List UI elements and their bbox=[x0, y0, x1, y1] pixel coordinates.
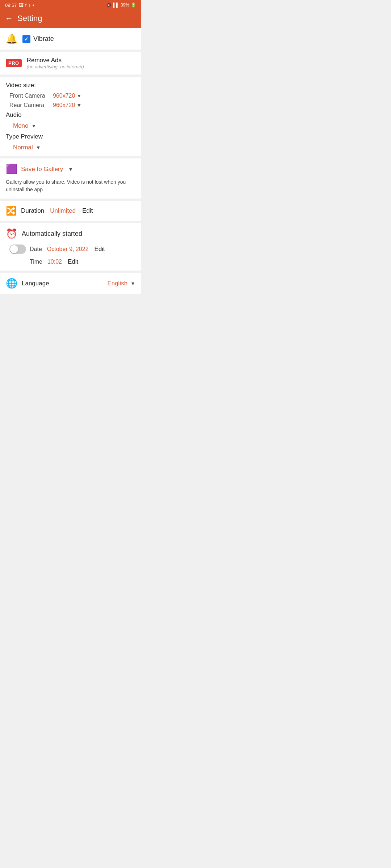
time-label: Time bbox=[30, 259, 42, 265]
status-time: 09:57 bbox=[5, 3, 17, 8]
status-bar: 09:57 🖼 f ♪ • 🔇 ▌▌ 39% 🔋 bbox=[0, 0, 141, 10]
audio-section: Audio Mono ▼ bbox=[6, 111, 135, 129]
remove-ads-section: PRO Remove Ads (no advertising, no inter… bbox=[0, 52, 141, 75]
top-bar: ← Setting bbox=[0, 10, 141, 28]
pro-text: Remove Ads (no advertising, no internet) bbox=[27, 57, 84, 69]
duration-edit-button[interactable]: Edit bbox=[82, 207, 93, 214]
front-camera-label: Front Camera bbox=[9, 93, 49, 99]
gallery-section: 🟪 Save to Gallery ▼ Gallery allow you to… bbox=[0, 158, 141, 199]
auto-rows: Date October 9, 2022 Edit Time 10:02 Edi… bbox=[9, 244, 135, 265]
globe-icon: 🌐 bbox=[6, 278, 17, 289]
pro-row[interactable]: PRO Remove Ads (no advertising, no inter… bbox=[6, 57, 135, 69]
audio-label: Audio bbox=[6, 111, 135, 119]
bell-icon: 🔔 bbox=[6, 33, 17, 44]
vibrate-checkbox[interactable]: ✓ bbox=[22, 35, 30, 43]
duration-label: Duration bbox=[21, 207, 44, 214]
time-edit-button[interactable]: Edit bbox=[68, 258, 78, 265]
vibrate-checkbox-container[interactable]: ✓ Vibrate bbox=[22, 35, 54, 43]
back-button[interactable]: ← bbox=[5, 14, 13, 23]
audio-chevron-icon: ▼ bbox=[31, 123, 37, 129]
page-title: Setting bbox=[17, 14, 42, 23]
battery-icon: 🔋 bbox=[131, 3, 136, 8]
type-preview-dropdown[interactable]: Normal ▼ bbox=[13, 144, 135, 151]
remove-ads-subtitle: (no advertising, no internet) bbox=[27, 64, 84, 69]
time-value: 10:02 bbox=[47, 259, 62, 265]
date-label: Date bbox=[30, 246, 42, 252]
gallery-value: Save to Gallery bbox=[21, 166, 63, 173]
video-size-label: Video size: bbox=[6, 82, 135, 89]
language-dropdown[interactable]: English ▼ bbox=[106, 280, 135, 287]
front-camera-value: 960x720 bbox=[53, 93, 75, 99]
battery-text: 39% bbox=[121, 3, 129, 8]
mute-icon: 🔇 bbox=[106, 3, 112, 8]
vibrate-section: 🔔 ✓ Vibrate bbox=[0, 28, 141, 50]
language-label: Language bbox=[22, 280, 49, 287]
rear-camera-chevron-icon: ▼ bbox=[76, 102, 81, 108]
toggle-knob bbox=[10, 245, 18, 253]
language-chevron-icon: ▼ bbox=[130, 281, 135, 286]
gallery-top[interactable]: 🟪 Save to Gallery ▼ bbox=[6, 163, 135, 175]
status-left: 09:57 🖼 f ♪ • bbox=[5, 3, 34, 8]
language-section: 🌐 Language English ▼ bbox=[0, 273, 141, 294]
auto-start-label: Automatically started bbox=[22, 230, 82, 238]
date-edit-button[interactable]: Edit bbox=[94, 246, 105, 253]
language-row[interactable]: 🌐 Language English ▼ bbox=[6, 278, 135, 289]
type-preview-label: Type Preview bbox=[6, 133, 135, 140]
language-value: English bbox=[107, 280, 127, 287]
gallery-description: Gallery allow you to share. Video is not… bbox=[6, 178, 135, 193]
signal-icon: ▌▌ bbox=[113, 3, 119, 8]
auto-start-toggle[interactable] bbox=[9, 244, 26, 254]
type-preview-section: Type Preview Normal ▼ bbox=[6, 133, 135, 151]
duration-row: 🔀 Duration Unlimited Edit bbox=[6, 206, 135, 216]
front-camera-chevron-icon: ▼ bbox=[76, 93, 81, 99]
remove-ads-title: Remove Ads bbox=[27, 57, 84, 64]
gallery-chevron-icon: ▼ bbox=[68, 166, 73, 172]
tiktok-icon: ♪ bbox=[28, 3, 31, 8]
auto-top: ⏰ Automatically started bbox=[6, 228, 135, 239]
rear-camera-value: 960x720 bbox=[53, 102, 75, 109]
photo-icon: 🖼 bbox=[19, 3, 24, 8]
pro-badge: PRO bbox=[6, 59, 22, 67]
duration-section: 🔀 Duration Unlimited Edit bbox=[0, 201, 141, 221]
audio-dropdown[interactable]: Mono ▼ bbox=[13, 122, 135, 129]
duration-icon: 🔀 bbox=[6, 206, 17, 216]
rear-camera-row[interactable]: Rear Camera 960x720 ▼ bbox=[9, 102, 135, 109]
date-value: October 9, 2022 bbox=[47, 246, 89, 252]
video-settings-section: Video size: Front Camera 960x720 ▼ Rear … bbox=[0, 77, 141, 156]
time-row: Time 10:02 Edit bbox=[30, 258, 135, 265]
audio-value: Mono bbox=[13, 122, 29, 129]
duration-value: Unlimited bbox=[50, 207, 76, 214]
status-right: 🔇 ▌▌ 39% 🔋 bbox=[106, 3, 136, 8]
alarm-icon: ⏰ bbox=[6, 228, 17, 239]
front-camera-row[interactable]: Front Camera 960x720 ▼ bbox=[9, 93, 135, 99]
date-row: Date October 9, 2022 Edit bbox=[9, 244, 135, 254]
rear-camera-label: Rear Camera bbox=[9, 102, 49, 109]
type-preview-value: Normal bbox=[13, 144, 33, 151]
gallery-dropdown[interactable]: Save to Gallery ▼ bbox=[21, 166, 73, 173]
vibrate-row: 🔔 ✓ Vibrate bbox=[6, 33, 135, 44]
type-preview-chevron-icon: ▼ bbox=[36, 145, 41, 150]
facebook-icon: f bbox=[25, 3, 27, 8]
vibrate-label: Vibrate bbox=[33, 35, 54, 43]
front-camera-dropdown[interactable]: 960x720 ▼ bbox=[53, 93, 81, 99]
rear-camera-dropdown[interactable]: 960x720 ▼ bbox=[53, 102, 81, 109]
auto-start-section: ⏰ Automatically started Date October 9, … bbox=[0, 223, 141, 271]
gallery-icon: 🟪 bbox=[6, 163, 17, 175]
dot-icon: • bbox=[33, 3, 34, 8]
